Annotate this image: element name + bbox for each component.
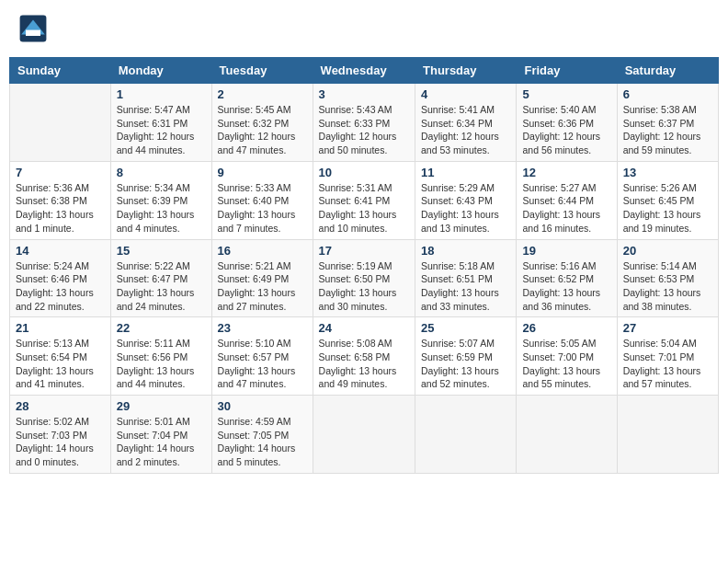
day-info: Sunrise: 5:33 AM Sunset: 6:40 PM Dayligh… <box>218 181 307 236</box>
logo <box>18 14 52 43</box>
calendar-cell: 25Sunrise: 5:07 AM Sunset: 6:59 PM Dayli… <box>415 317 517 396</box>
day-number: 15 <box>117 244 206 258</box>
day-info: Sunrise: 5:07 AM Sunset: 6:59 PM Dayligh… <box>421 337 510 391</box>
calendar-cell: 2Sunrise: 5:45 AM Sunset: 6:32 PM Daylig… <box>211 84 313 162</box>
day-number: 19 <box>522 244 610 258</box>
calendar-cell: 10Sunrise: 5:31 AM Sunset: 6:41 PM Dayli… <box>313 161 415 239</box>
weekday-header: Saturday <box>617 58 718 84</box>
day-info: Sunrise: 5:11 AM Sunset: 6:56 PM Dayligh… <box>117 337 206 391</box>
day-number: 24 <box>319 321 409 335</box>
calendar-cell: 26Sunrise: 5:05 AM Sunset: 7:00 PM Dayli… <box>517 317 617 396</box>
day-number: 1 <box>117 87 206 101</box>
calendar-cell: 14Sunrise: 5:24 AM Sunset: 6:46 PM Dayli… <box>10 239 111 317</box>
calendar-cell: 30Sunrise: 4:59 AM Sunset: 7:05 PM Dayli… <box>211 396 313 474</box>
day-info: Sunrise: 5:26 AM Sunset: 6:45 PM Dayligh… <box>623 181 712 236</box>
weekday-header: Thursday <box>415 58 517 84</box>
day-info: Sunrise: 5:14 AM Sunset: 6:53 PM Dayligh… <box>623 259 712 314</box>
day-number: 28 <box>16 399 105 413</box>
day-number: 16 <box>218 244 307 258</box>
calendar-cell: 23Sunrise: 5:10 AM Sunset: 6:57 PM Dayli… <box>211 317 313 396</box>
calendar-cell: 12Sunrise: 5:27 AM Sunset: 6:44 PM Dayli… <box>517 161 617 239</box>
day-info: Sunrise: 5:47 AM Sunset: 6:31 PM Dayligh… <box>117 103 206 157</box>
calendar-cell: 7Sunrise: 5:36 AM Sunset: 6:38 PM Daylig… <box>10 161 111 239</box>
calendar-cell: 21Sunrise: 5:13 AM Sunset: 6:54 PM Dayli… <box>10 317 111 396</box>
day-info: Sunrise: 5:10 AM Sunset: 6:57 PM Dayligh… <box>218 337 307 391</box>
logo-icon <box>18 14 48 43</box>
day-number: 29 <box>117 399 206 413</box>
page-header <box>9 9 719 48</box>
weekday-header: Sunday <box>10 58 111 84</box>
calendar-week-row: 1Sunrise: 5:47 AM Sunset: 6:31 PM Daylig… <box>10 84 719 162</box>
day-number: 20 <box>623 244 712 258</box>
day-number: 6 <box>623 87 712 101</box>
day-number: 13 <box>623 166 712 179</box>
calendar-week-row: 21Sunrise: 5:13 AM Sunset: 6:54 PM Dayli… <box>10 317 719 396</box>
calendar-cell: 28Sunrise: 5:02 AM Sunset: 7:03 PM Dayli… <box>10 396 111 474</box>
day-info: Sunrise: 5:04 AM Sunset: 7:01 PM Dayligh… <box>623 337 712 391</box>
calendar-cell: 13Sunrise: 5:26 AM Sunset: 6:45 PM Dayli… <box>617 161 718 239</box>
day-number: 18 <box>421 244 510 258</box>
day-info: Sunrise: 5:05 AM Sunset: 7:00 PM Dayligh… <box>522 337 610 391</box>
calendar-cell: 6Sunrise: 5:38 AM Sunset: 6:37 PM Daylig… <box>617 84 718 162</box>
day-info: Sunrise: 5:13 AM Sunset: 6:54 PM Dayligh… <box>16 337 105 391</box>
calendar-cell: 3Sunrise: 5:43 AM Sunset: 6:33 PM Daylig… <box>313 84 415 162</box>
calendar-cell: 22Sunrise: 5:11 AM Sunset: 6:56 PM Dayli… <box>110 317 211 396</box>
calendar-cell: 17Sunrise: 5:19 AM Sunset: 6:50 PM Dayli… <box>313 239 415 317</box>
calendar-cell: 29Sunrise: 5:01 AM Sunset: 7:04 PM Dayli… <box>110 396 211 474</box>
day-info: Sunrise: 5:24 AM Sunset: 6:46 PM Dayligh… <box>16 259 105 314</box>
day-info: Sunrise: 5:31 AM Sunset: 6:41 PM Dayligh… <box>319 181 409 236</box>
calendar-cell: 18Sunrise: 5:18 AM Sunset: 6:51 PM Dayli… <box>415 239 517 317</box>
day-number: 27 <box>623 321 712 335</box>
day-info: Sunrise: 5:45 AM Sunset: 6:32 PM Dayligh… <box>218 103 307 157</box>
calendar-header-row: SundayMondayTuesdayWednesdayThursdayFrid… <box>10 58 719 84</box>
calendar-cell <box>617 396 718 474</box>
day-number: 4 <box>421 87 510 101</box>
day-number: 21 <box>16 321 105 335</box>
calendar-week-row: 14Sunrise: 5:24 AM Sunset: 6:46 PM Dayli… <box>10 239 719 317</box>
calendar-cell: 9Sunrise: 5:33 AM Sunset: 6:40 PM Daylig… <box>211 161 313 239</box>
day-info: Sunrise: 5:43 AM Sunset: 6:33 PM Dayligh… <box>319 103 409 157</box>
calendar-cell: 5Sunrise: 5:40 AM Sunset: 6:36 PM Daylig… <box>517 84 617 162</box>
day-info: Sunrise: 5:34 AM Sunset: 6:39 PM Dayligh… <box>117 181 206 236</box>
day-info: Sunrise: 4:59 AM Sunset: 7:05 PM Dayligh… <box>218 415 307 469</box>
day-info: Sunrise: 5:22 AM Sunset: 6:47 PM Dayligh… <box>117 259 206 314</box>
day-number: 9 <box>218 166 307 179</box>
day-info: Sunrise: 5:08 AM Sunset: 6:58 PM Dayligh… <box>319 337 409 391</box>
day-number: 2 <box>218 87 307 101</box>
calendar-cell: 4Sunrise: 5:41 AM Sunset: 6:34 PM Daylig… <box>415 84 517 162</box>
day-info: Sunrise: 5:29 AM Sunset: 6:43 PM Dayligh… <box>421 181 510 236</box>
day-number: 7 <box>16 166 105 179</box>
calendar-cell: 27Sunrise: 5:04 AM Sunset: 7:01 PM Dayli… <box>617 317 718 396</box>
day-number: 12 <box>522 166 610 179</box>
day-info: Sunrise: 5:27 AM Sunset: 6:44 PM Dayligh… <box>522 181 610 236</box>
day-info: Sunrise: 5:38 AM Sunset: 6:37 PM Dayligh… <box>623 103 712 157</box>
calendar-cell: 1Sunrise: 5:47 AM Sunset: 6:31 PM Daylig… <box>110 84 211 162</box>
day-info: Sunrise: 5:16 AM Sunset: 6:52 PM Dayligh… <box>522 259 610 314</box>
weekday-header: Monday <box>110 58 211 84</box>
day-number: 5 <box>522 87 610 101</box>
calendar-cell: 8Sunrise: 5:34 AM Sunset: 6:39 PM Daylig… <box>110 161 211 239</box>
calendar-cell: 24Sunrise: 5:08 AM Sunset: 6:58 PM Dayli… <box>313 317 415 396</box>
day-number: 3 <box>319 87 409 101</box>
day-info: Sunrise: 5:36 AM Sunset: 6:38 PM Dayligh… <box>16 181 105 236</box>
day-info: Sunrise: 5:41 AM Sunset: 6:34 PM Dayligh… <box>421 103 510 157</box>
day-number: 17 <box>319 244 409 258</box>
day-info: Sunrise: 5:01 AM Sunset: 7:04 PM Dayligh… <box>117 415 206 469</box>
day-info: Sunrise: 5:02 AM Sunset: 7:03 PM Dayligh… <box>16 415 105 469</box>
day-info: Sunrise: 5:19 AM Sunset: 6:50 PM Dayligh… <box>319 259 409 314</box>
day-number: 23 <box>218 321 307 335</box>
calendar-cell <box>10 84 111 162</box>
calendar-cell: 15Sunrise: 5:22 AM Sunset: 6:47 PM Dayli… <box>110 239 211 317</box>
calendar-cell: 11Sunrise: 5:29 AM Sunset: 6:43 PM Dayli… <box>415 161 517 239</box>
calendar-cell: 16Sunrise: 5:21 AM Sunset: 6:49 PM Dayli… <box>211 239 313 317</box>
day-number: 22 <box>117 321 206 335</box>
calendar-cell: 20Sunrise: 5:14 AM Sunset: 6:53 PM Dayli… <box>617 239 718 317</box>
day-number: 30 <box>218 399 307 413</box>
calendar-week-row: 28Sunrise: 5:02 AM Sunset: 7:03 PM Dayli… <box>10 396 719 474</box>
calendar-cell <box>313 396 415 474</box>
day-number: 10 <box>319 166 409 179</box>
weekday-header: Wednesday <box>313 58 415 84</box>
day-number: 26 <box>522 321 610 335</box>
day-number: 8 <box>117 166 206 179</box>
weekday-header: Tuesday <box>211 58 313 84</box>
